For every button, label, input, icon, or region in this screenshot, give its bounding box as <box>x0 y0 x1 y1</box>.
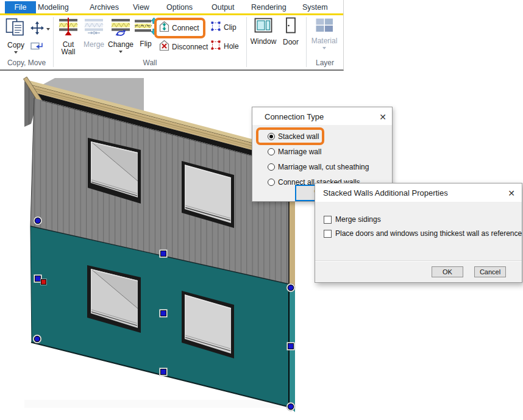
copy-label: Copy <box>7 42 24 49</box>
door-label: Door <box>283 39 299 46</box>
clip-button[interactable]: Clip <box>210 21 237 34</box>
move-icon <box>30 21 44 37</box>
hole-icon <box>210 40 221 53</box>
handle-red-square <box>41 279 47 285</box>
dialog-separator <box>315 260 522 262</box>
hole-button[interactable]: Hole <box>210 40 239 53</box>
dialog-titlebar[interactable]: Connection Type ✕ <box>252 107 392 125</box>
clip-icon <box>210 21 221 34</box>
move-button[interactable] <box>30 21 50 37</box>
copy-dropdown-icon[interactable] <box>14 51 18 54</box>
radio-option-marriage-wall[interactable]: Marriage wall <box>268 147 321 156</box>
connect-icon <box>159 21 169 35</box>
tab-rendering[interactable]: Rendering <box>251 2 286 13</box>
copy-icon <box>5 18 27 39</box>
handle-square <box>160 250 168 258</box>
merge-label: Merge <box>84 41 104 49</box>
radio-option-stacked-wall[interactable]: Stacked wall <box>268 132 319 141</box>
copy-to-drawing-button[interactable] <box>30 41 44 53</box>
material-icon <box>315 18 333 35</box>
group-separator <box>246 17 247 67</box>
ok-button[interactable]: OK <box>432 266 463 277</box>
handle-circle <box>286 283 295 292</box>
cancel-button[interactable]: Cancel <box>474 266 506 277</box>
copy-to-drawing-icon <box>30 41 44 53</box>
disconnect-icon <box>159 40 169 54</box>
dialog-title: Stacked Walls Additional Properties <box>323 188 448 198</box>
window-button[interactable]: Window <box>249 18 278 46</box>
ribbon: File Modeling Archives View Options Outp… <box>0 0 344 71</box>
checkbox-icon[interactable] <box>324 230 332 238</box>
merge-icon <box>84 18 104 38</box>
tab-output[interactable]: Output <box>212 2 235 13</box>
ribbon-tab-bar: File Modeling Archives View Options Outp… <box>0 0 343 15</box>
material-dropdown-icon <box>322 47 326 49</box>
tab-options[interactable]: Options <box>166 2 193 13</box>
radio-label: Marriage wall, cut sheathing <box>278 163 369 171</box>
app-window: File Modeling Archives View Options Outp… <box>0 0 523 420</box>
door-icon <box>285 17 296 36</box>
ground-shadow <box>24 400 286 408</box>
disconnect-label: Disconnect <box>172 43 208 51</box>
change-dropdown-icon[interactable] <box>119 51 123 53</box>
handle-square <box>287 343 295 351</box>
checkbox-label: Place doors and windows using thickest w… <box>335 229 522 238</box>
flip-icon <box>135 18 157 38</box>
flip-label: Flip <box>140 41 151 48</box>
material-button-disabled: Material <box>310 18 339 49</box>
handle-circle <box>34 216 42 225</box>
cut-wall-label: Cut Wall <box>59 41 77 55</box>
handle-circle <box>33 335 41 343</box>
dialog-titlebar[interactable]: Stacked Walls Additional Properties ✕ <box>315 183 522 202</box>
close-icon[interactable]: ✕ <box>506 188 517 198</box>
tab-view[interactable]: View <box>133 2 149 13</box>
checkbox-place-doors-windows[interactable]: Place doors and windows using thickest w… <box>324 229 522 238</box>
disconnect-button[interactable]: Disconnect <box>159 40 208 54</box>
radio-icon[interactable] <box>268 148 275 155</box>
radio-label: Marriage wall <box>278 148 321 156</box>
handle-square <box>160 368 168 376</box>
hole-label: Hole <box>224 42 239 51</box>
radio-label: Stacked wall <box>278 132 319 141</box>
radio-icon[interactable] <box>268 163 275 171</box>
group-label-wall: Wall <box>54 59 246 67</box>
tab-system[interactable]: System <box>302 2 328 13</box>
connect-label: Connect <box>172 24 199 32</box>
material-label: Material <box>311 38 338 45</box>
radio-option-marriage-wall-cut-sheathing[interactable]: Marriage wall, cut sheathing <box>268 162 369 171</box>
close-icon[interactable]: ✕ <box>377 112 388 122</box>
change-label: Change <box>108 41 133 49</box>
connect-button[interactable]: Connect <box>159 21 199 35</box>
copy-button[interactable]: Copy <box>2 18 29 54</box>
move-dropdown-icon[interactable] <box>46 28 50 30</box>
merge-button-disabled: Merge <box>82 18 106 49</box>
cut-wall-button[interactable]: Cut Wall <box>56 18 80 55</box>
tab-underline <box>0 13 343 15</box>
dialog-title: Connection Type <box>265 112 324 121</box>
radio-icon[interactable] <box>268 179 275 186</box>
tab-modeling[interactable]: Modeling <box>38 2 69 13</box>
group-label-copy-move: Copy, Move <box>0 59 53 67</box>
window-icon <box>254 18 272 35</box>
clip-label: Clip <box>224 23 237 32</box>
stacked-walls-properties-dialog: Stacked Walls Additional Properties ✕ Me… <box>315 183 522 283</box>
window-label: Window <box>251 38 277 46</box>
cut-wall-icon <box>59 18 78 38</box>
checkbox-label: Merge sidings <box>335 215 381 224</box>
handle-square <box>160 310 168 318</box>
change-icon <box>111 18 130 38</box>
tab-file[interactable]: File <box>5 1 36 13</box>
change-button[interactable]: Change <box>107 18 134 53</box>
handle-circle <box>286 402 295 411</box>
checkbox-icon[interactable] <box>324 216 332 224</box>
tab-archives[interactable]: Archives <box>90 2 119 13</box>
group-label-layer: Layer <box>307 59 343 67</box>
flip-button[interactable]: Flip <box>134 18 157 48</box>
door-button[interactable]: Door <box>279 17 302 46</box>
radio-selected-icon[interactable] <box>268 133 275 140</box>
checkbox-merge-sidings[interactable]: Merge sidings <box>324 215 381 224</box>
